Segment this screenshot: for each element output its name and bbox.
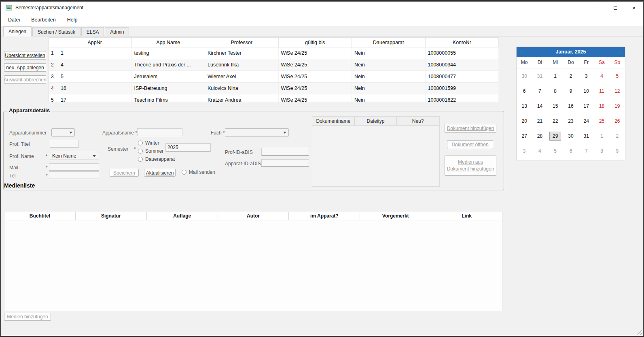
calendar-day[interactable]: 20: [517, 113, 532, 128]
calendar-day[interactable]: 9: [563, 83, 578, 98]
calendar-day[interactable]: 29: [548, 128, 563, 143]
calendar-day[interactable]: 6: [517, 83, 532, 98]
table-row[interactable]: 35JerusalemWiemer AxelWiSe 24/25Nein1008…: [49, 71, 499, 83]
calendar-day[interactable]: 13: [517, 98, 532, 113]
calendar-day[interactable]: 1: [594, 128, 609, 143]
tab-anlegen[interactable]: Anlegen: [3, 26, 32, 36]
calendar-day[interactable]: 28: [532, 128, 547, 143]
app-table-column-header[interactable]: KontoNr: [426, 38, 499, 47]
tab-suchen-statistik[interactable]: Suchen / Statistik: [32, 27, 80, 36]
open-document-button[interactable]: Dokument öffnen: [447, 140, 493, 149]
calendar-day[interactable]: 31: [532, 68, 547, 83]
doc-table-column-header[interactable]: Neu?: [397, 117, 439, 125]
calendar-day[interactable]: 11: [594, 83, 609, 98]
fach-dropdown[interactable]: [225, 128, 289, 137]
media-table-column-header[interactable]: Link: [431, 212, 502, 220]
minimize-button[interactable]: [587, 2, 606, 14]
calendar-day[interactable]: 5: [548, 143, 563, 158]
calendar-day[interactable]: 7: [578, 143, 594, 158]
calendar-day[interactable]: 5: [610, 68, 625, 83]
calendar-day[interactable]: 15: [548, 98, 563, 113]
save-button[interactable]: Speichern: [110, 169, 139, 177]
table-row[interactable]: 11testingKirchner TesterWiSe 24/25Nein10…: [49, 47, 499, 59]
calendar-day[interactable]: 7: [532, 83, 547, 98]
calendar-day[interactable]: 12: [610, 83, 625, 98]
menu-item-help[interactable]: Help: [61, 14, 83, 26]
calendar-day[interactable]: 26: [610, 113, 625, 128]
calendar-day[interactable]: 3: [578, 68, 594, 83]
prev-month-button[interactable]: ←: [519, 47, 527, 57]
menu-item-datei[interactable]: Datei: [2, 14, 25, 26]
menu-item-bearbeiten[interactable]: Bearbeiten: [25, 14, 61, 26]
calendar-day[interactable]: 22: [548, 113, 563, 128]
calendar-day[interactable]: 8: [594, 143, 609, 158]
prof-id-adis-input[interactable]: [261, 148, 309, 156]
media-table-column-header[interactable]: Vorgemerkt: [360, 212, 431, 220]
next-month-button[interactable]: →: [614, 47, 623, 57]
calendar-day[interactable]: 2: [610, 128, 625, 143]
app-table-column-header[interactable]: Professor: [205, 38, 279, 47]
semester-year-input[interactable]: [165, 143, 211, 151]
tab-admin[interactable]: Admin: [105, 27, 129, 36]
calendar-day[interactable]: 18: [594, 98, 609, 113]
calendar-day[interactable]: 27: [517, 128, 532, 143]
doc-table-column-header[interactable]: Dateityp: [355, 117, 397, 125]
calendar-day[interactable]: 30: [517, 68, 532, 83]
calendar-day[interactable]: 2: [563, 68, 578, 83]
calendar-day[interactable]: 17: [578, 98, 594, 113]
table-row[interactable]: 517Teaching FilmsKratzer AndreaWiSe 24/2…: [49, 94, 499, 102]
maximize-button[interactable]: [606, 2, 625, 14]
cancel-selection-button[interactable]: Auswahl abbrechen: [4, 75, 46, 84]
calendar-day[interactable]: 8: [548, 83, 563, 98]
tel-input[interactable]: [49, 171, 99, 179]
mail-input[interactable]: [49, 163, 99, 171]
radio-dauerapparat[interactable]: Dauerapparat: [138, 156, 175, 162]
prof-name-dropdown[interactable]: Kein Name: [50, 152, 98, 160]
calendar-day[interactable]: 21: [532, 113, 547, 128]
apparatsname-input[interactable]: [137, 128, 182, 136]
calendar-day[interactable]: 31: [578, 128, 594, 143]
apparatsnummer-dropdown[interactable]: [51, 128, 75, 137]
table-row[interactable]: 416ISP-BetreuungKulovics NinaWiSe 24/25N…: [49, 83, 499, 94]
calendar-day[interactable]: 16: [563, 98, 578, 113]
tab-elsa[interactable]: ELSA: [81, 27, 104, 36]
media-table-column-header[interactable]: Buchtitel: [4, 212, 76, 220]
new-app-button[interactable]: neu. App anlegen: [4, 63, 46, 72]
calendar-day[interactable]: 14: [532, 98, 547, 113]
add-document-button[interactable]: Dokument hinzufügen: [445, 124, 496, 133]
app-table-column-header[interactable]: gültig bis: [279, 38, 352, 47]
apparat-id-adis-input[interactable]: [261, 159, 309, 167]
close-button[interactable]: ×: [625, 2, 643, 14]
add-media-button[interactable]: Medien hinzufügen: [4, 313, 51, 321]
calendar-day[interactable]: 3: [517, 143, 532, 158]
calendar-day[interactable]: 6: [563, 143, 578, 158]
calendar-day[interactable]: 23: [563, 113, 578, 128]
calendar-day[interactable]: 4: [594, 68, 609, 83]
media-table-column-header[interactable]: Signatur: [76, 212, 147, 220]
app-table-column-header[interactable]: App Name: [132, 38, 205, 47]
media-table-column-header[interactable]: Autor: [218, 212, 289, 220]
update-button[interactable]: Aktualisieren: [144, 169, 176, 177]
calendar-day[interactable]: 10: [578, 83, 594, 98]
media-table-column-header[interactable]: Auflage: [147, 212, 218, 220]
calendar-day[interactable]: 1: [548, 68, 563, 83]
media-table-column-header[interactable]: im Apparat?: [289, 212, 360, 220]
calendar-day[interactable]: 30: [563, 128, 578, 143]
app-table-column-header[interactable]: Dauerapparat: [352, 38, 426, 47]
calendar-day[interactable]: 19: [610, 98, 625, 113]
table-cell: Teaching Films: [132, 94, 205, 102]
calendar-day[interactable]: 9: [610, 143, 625, 158]
mail-send-checkbox[interactable]: Mail senden: [182, 169, 215, 175]
table-row[interactable]: 24Theorie und Praxis der ...Lüsebrink Il…: [49, 59, 499, 71]
calendar-day[interactable]: 24: [578, 113, 594, 128]
doc-table-column-header[interactable]: Dokumentname: [312, 117, 355, 125]
media-from-document-button[interactable]: Medien aus Dokument hinzufügen: [445, 156, 496, 176]
calendar-day-number: 31: [580, 132, 592, 141]
calendar-day[interactable]: 4: [532, 143, 547, 158]
prof-titel-input[interactable]: [50, 140, 79, 147]
radio-winter[interactable]: Winter: [138, 140, 159, 146]
overview-create-button[interactable]: Übersicht erstellen: [4, 51, 46, 60]
calendar-day[interactable]: 25: [594, 113, 609, 128]
radio-sommer[interactable]: Sommer: [138, 148, 163, 154]
app-table-column-header[interactable]: AppNr: [58, 38, 132, 47]
